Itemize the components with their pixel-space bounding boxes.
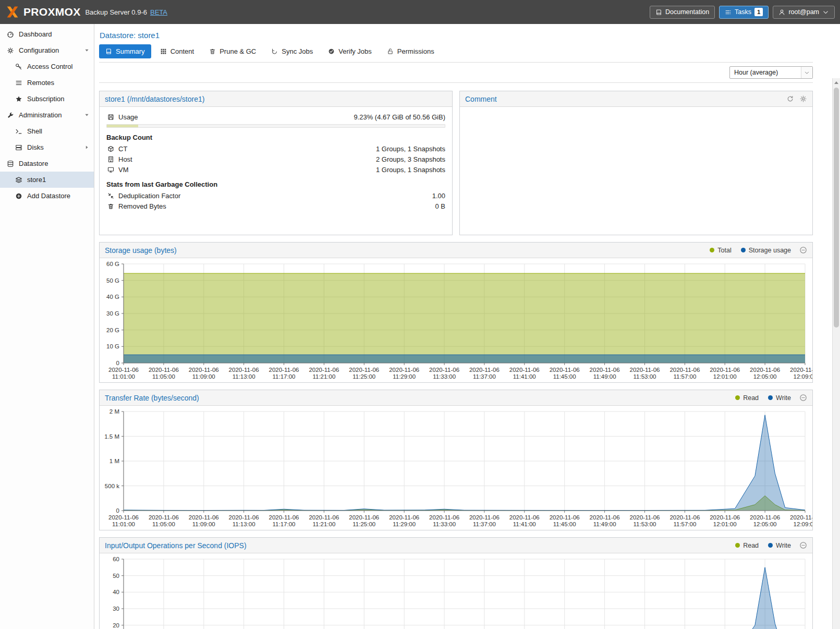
svg-text:20: 20 [113, 622, 119, 628]
collapse-icon[interactable] [799, 394, 807, 402]
sidebar-item-shell[interactable]: Shell [0, 123, 94, 139]
tab-label: Verify Jobs [338, 47, 372, 55]
svg-text:11:01:00: 11:01:00 [112, 521, 135, 527]
monitor-icon [106, 166, 115, 173]
toolbar: Hour (average) [99, 63, 813, 83]
svg-text:2020-11-06: 2020-11-06 [469, 514, 500, 521]
svg-text:40: 40 [113, 589, 119, 595]
sidebar-item-administration[interactable]: Administration [0, 107, 94, 123]
svg-text:2020-11-06: 2020-11-06 [790, 514, 812, 521]
tasks-label: Tasks [735, 8, 751, 16]
timeframe-value: Hour (average) [730, 69, 801, 76]
scroll-up-button[interactable] [833, 78, 840, 87]
legend-label: Storage usage [749, 247, 791, 254]
datastore-panel-title: store1 (/mnt/datastores/store1) [105, 95, 204, 103]
legend-item-read: Read [735, 394, 759, 402]
combo-trigger-icon[interactable] [801, 67, 812, 78]
transfer-rate-chart: 2 M1.5 M1 M500 k02020-11-0611:01:002020-… [100, 406, 812, 530]
user-menu-button[interactable]: root@pam [773, 6, 835, 19]
tab-prune-gc[interactable]: Prune & GC [203, 44, 262, 58]
sidebar-item-subscription[interactable]: Subscription [0, 91, 94, 107]
row-label: Deduplication Factor [118, 192, 180, 200]
legend-label: Read [743, 394, 759, 402]
svg-text:2020-11-06: 2020-11-06 [509, 367, 540, 373]
legend-item-storage-usage: Storage usage [741, 247, 791, 254]
svg-text:12:05:00: 12:05:00 [753, 521, 777, 527]
svg-text:2020-11-06: 2020-11-06 [189, 514, 219, 521]
sidebar-item-access-control[interactable]: Access Control [0, 58, 94, 75]
svg-text:20 G: 20 G [106, 327, 119, 333]
caret-down-icon[interactable] [84, 112, 90, 118]
svg-text:2020-11-06: 2020-11-06 [229, 514, 259, 521]
sidebar-item-dashboard[interactable]: Dashboard [0, 26, 94, 42]
collapse-icon[interactable] [799, 541, 807, 549]
caret-right-icon[interactable] [84, 144, 90, 150]
gear-icon[interactable] [799, 95, 807, 103]
server-list-icon [14, 79, 23, 87]
sidebar-item-store1[interactable]: store1 [0, 172, 94, 188]
svg-text:40 G: 40 G [106, 294, 119, 300]
legend-item-total: Total [710, 247, 731, 254]
svg-text:11:57:00: 11:57:00 [673, 521, 696, 527]
svg-text:2020-11-06: 2020-11-06 [790, 367, 812, 373]
trash-icon [106, 203, 115, 210]
tab-label: Prune & GC [220, 47, 256, 55]
sidebar-item-datastore[interactable]: Datastore [0, 155, 94, 172]
row-label: Removed Bytes [118, 202, 166, 210]
content-area: store1 (/mnt/datastores/store1) Usage 9.… [99, 83, 813, 629]
comment-body[interactable] [460, 107, 812, 116]
svg-text:2020-11-06: 2020-11-06 [108, 367, 139, 373]
sidebar-item-configuration[interactable]: Configuration [0, 42, 94, 58]
legend-dot [768, 395, 773, 400]
svg-text:11:09:00: 11:09:00 [192, 373, 215, 380]
tab-sync-jobs[interactable]: Sync Jobs [265, 44, 319, 58]
svg-text:11:13:00: 11:13:00 [233, 521, 255, 527]
wrench-icon [6, 112, 15, 119]
svg-text:2020-11-06: 2020-11-06 [349, 514, 379, 521]
tab-summary[interactable]: Summary [99, 44, 151, 58]
book-icon [105, 48, 112, 55]
svg-text:2020-11-06: 2020-11-06 [630, 367, 660, 373]
sidebar-item-label: Remotes [27, 79, 54, 87]
documentation-button[interactable]: Documentation [650, 6, 715, 19]
scrollbar[interactable] [832, 78, 840, 629]
sync-icon [271, 48, 278, 55]
refresh-icon[interactable] [786, 95, 794, 103]
sidebar-item-disks[interactable]: Disks [0, 139, 94, 155]
beta-link[interactable]: BETA [150, 8, 167, 16]
row-value: 1 Groups, 1 Snapshots [376, 145, 445, 153]
gears-icon [6, 47, 15, 54]
svg-text:2020-11-06: 2020-11-06 [669, 367, 700, 373]
database-icon [6, 160, 15, 167]
gc-row-removed-bytes: Removed Bytes 0 B [106, 201, 445, 211]
legend-label: Write [776, 394, 791, 402]
tab-content[interactable]: Content [154, 44, 201, 58]
sidebar-item-add-datastore[interactable]: Add Datastore [0, 188, 94, 204]
tab-verify-jobs[interactable]: Verify Jobs [322, 44, 378, 58]
compress-icon [106, 192, 115, 199]
chart-legend: Read Write [735, 542, 791, 549]
sidebar-item-remotes[interactable]: Remotes [0, 75, 94, 91]
svg-text:2020-11-06: 2020-11-06 [710, 514, 740, 521]
scroll-thumb[interactable] [834, 88, 839, 328]
backup-count-row-host: Host 2 Groups, 3 Snapshots [106, 154, 445, 164]
tasks-button[interactable]: Tasks 1 [719, 6, 769, 19]
tab-permissions[interactable]: Permissions [381, 44, 441, 58]
disks-icon [14, 144, 23, 151]
svg-text:11:41:00: 11:41:00 [513, 521, 536, 527]
timeframe-select[interactable]: Hour (average) [729, 66, 813, 79]
row-value: 2 Groups, 3 Snapshots [376, 155, 445, 163]
legend-dot [735, 543, 740, 548]
svg-text:12:09:00: 12:09:00 [794, 521, 812, 527]
user-label: root@pam [788, 8, 819, 16]
key-icon [14, 63, 23, 70]
svg-text:500 k: 500 k [105, 483, 119, 489]
svg-text:12:09:00: 12:09:00 [794, 373, 812, 380]
svg-text:12:05:00: 12:05:00 [753, 373, 777, 380]
svg-text:0: 0 [116, 507, 119, 514]
svg-text:2020-11-06: 2020-11-06 [269, 514, 299, 521]
caret-down-icon[interactable] [84, 47, 90, 53]
svg-text:2020-11-06: 2020-11-06 [389, 514, 419, 521]
legend-item-read: Read [735, 542, 759, 549]
collapse-icon[interactable] [799, 246, 807, 254]
